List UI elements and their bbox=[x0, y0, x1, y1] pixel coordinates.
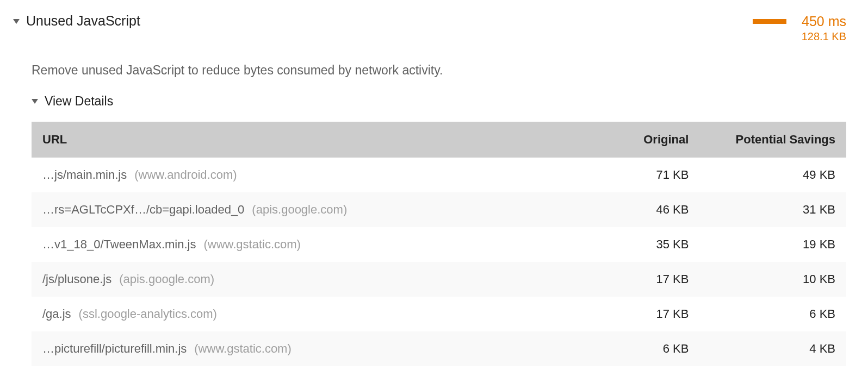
view-details-toggle[interactable]: View Details bbox=[32, 94, 846, 109]
url-path[interactable]: …picturefill/picturefill.min.js bbox=[42, 342, 187, 356]
metric-time: 450 ms bbox=[802, 14, 846, 29]
url-path[interactable]: …v1_18_0/TweenMax.min.js bbox=[42, 237, 196, 252]
view-details-label: View Details bbox=[45, 94, 113, 109]
chevron-down-icon[interactable] bbox=[13, 19, 20, 24]
url-cell: …v1_18_0/TweenMax.min.js(www.gstatic.com… bbox=[32, 227, 553, 262]
url-cell: …rs=AGLTcCPXf…/cb=gapi.loaded_0(apis.goo… bbox=[32, 192, 553, 227]
savings-cell: 6 KB bbox=[699, 297, 846, 331]
url-cell: …js/main.min.js(www.android.com) bbox=[32, 158, 553, 192]
chevron-down-icon bbox=[32, 99, 38, 104]
savings-cell: 49 KB bbox=[699, 158, 846, 192]
url-host: (www.android.com) bbox=[134, 168, 237, 182]
audit-title: Unused JavaScript bbox=[26, 13, 140, 29]
url-cell: …picturefill/picturefill.min.js(www.gsta… bbox=[32, 331, 553, 366]
table-row: …js/main.min.js(www.android.com)71 KB49 … bbox=[32, 158, 846, 192]
url-cell: /js/plusone.js(apis.google.com) bbox=[32, 262, 553, 297]
details-table: URL Original Potential Savings …js/main.… bbox=[32, 122, 846, 366]
table-header-row: URL Original Potential Savings bbox=[32, 122, 846, 158]
savings-cell: 4 KB bbox=[699, 331, 846, 366]
url-path[interactable]: …js/main.min.js bbox=[42, 168, 127, 182]
original-cell: 71 KB bbox=[553, 158, 700, 192]
url-host: (apis.google.com) bbox=[119, 272, 214, 286]
metric-size: 128.1 KB bbox=[802, 30, 846, 42]
table-row: …v1_18_0/TweenMax.min.js(www.gstatic.com… bbox=[32, 227, 846, 262]
url-host: (www.gstatic.com) bbox=[203, 237, 300, 252]
original-cell: 46 KB bbox=[553, 192, 700, 227]
url-path[interactable]: /js/plusone.js bbox=[42, 272, 111, 286]
url-host: (apis.google.com) bbox=[252, 203, 347, 217]
original-cell: 17 KB bbox=[553, 262, 700, 297]
url-path[interactable]: …rs=AGLTcCPXf…/cb=gapi.loaded_0 bbox=[42, 203, 244, 217]
col-header-savings[interactable]: Potential Savings bbox=[699, 122, 846, 158]
audit-description: Remove unused JavaScript to reduce bytes… bbox=[32, 63, 846, 78]
audit-metric-block: 450 ms 128.1 KB bbox=[753, 13, 846, 42]
url-host: (ssl.google-analytics.com) bbox=[79, 307, 217, 321]
metric-top-row: 450 ms bbox=[753, 14, 846, 29]
original-cell: 17 KB bbox=[553, 297, 700, 331]
spark-bar-icon bbox=[753, 19, 786, 24]
audit-body: Remove unused JavaScript to reduce bytes… bbox=[13, 42, 846, 366]
url-path[interactable]: /ga.js bbox=[42, 307, 71, 321]
col-header-original[interactable]: Original bbox=[553, 122, 700, 158]
audit-header: Unused JavaScript 450 ms 128.1 KB bbox=[13, 13, 846, 42]
original-cell: 35 KB bbox=[553, 227, 700, 262]
table-row: …rs=AGLTcCPXf…/cb=gapi.loaded_0(apis.goo… bbox=[32, 192, 846, 227]
table-row: /ga.js(ssl.google-analytics.com)17 KB6 K… bbox=[32, 297, 846, 331]
audit-title-row: Unused JavaScript 450 ms 128.1 KB bbox=[26, 13, 846, 42]
table-row: …picturefill/picturefill.min.js(www.gsta… bbox=[32, 331, 846, 366]
url-cell: /ga.js(ssl.google-analytics.com) bbox=[32, 297, 553, 331]
savings-cell: 19 KB bbox=[699, 227, 846, 262]
col-header-url[interactable]: URL bbox=[32, 122, 553, 158]
savings-cell: 10 KB bbox=[699, 262, 846, 297]
table-row: /js/plusone.js(apis.google.com)17 KB10 K… bbox=[32, 262, 846, 297]
url-host: (www.gstatic.com) bbox=[194, 342, 291, 356]
original-cell: 6 KB bbox=[553, 331, 700, 366]
savings-cell: 31 KB bbox=[699, 192, 846, 227]
